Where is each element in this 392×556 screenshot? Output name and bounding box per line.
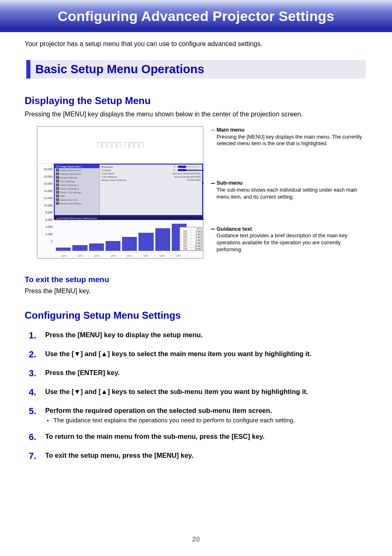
step-text: To return to the main menu from the sub-… (45, 432, 367, 441)
chart-data-table: QTYQT13,500QT25,000QT38,000QT46,500QT19,… (180, 227, 202, 251)
sub-menu-row: Brightness0 − + (101, 165, 201, 169)
slider-icon (178, 166, 198, 168)
sub-menu-row: Color ModeStandard Modify:[ENTER] (101, 172, 201, 175)
step-item: 1.Press the [MENU] key to display the se… (29, 330, 367, 341)
chart-bar (122, 237, 137, 251)
yaxis-tick: 0 (37, 240, 53, 243)
intro-text: Your projector has a setup menu that you… (25, 40, 367, 48)
step-body: Use the [▼] and [▲] keys to select the m… (45, 349, 367, 358)
table-row: QT19,000 (180, 242, 202, 245)
table-cell: 8,000 (191, 236, 202, 239)
xaxis-tick: QT3 (89, 255, 105, 257)
yaxis-tick: 6,000 (37, 218, 53, 221)
step-body: Perform the required operation on the se… (45, 406, 367, 424)
menu-item-icon (56, 176, 59, 179)
yaxis-tick: 14,000 (37, 190, 53, 192)
table-cell: QT1 (180, 230, 191, 233)
ss-spreadsheet-header (37, 127, 203, 164)
section-heading: Basic Setup Menu Operations (35, 63, 361, 76)
table-row: QT216,000 (180, 245, 202, 248)
step-number: 4. (29, 387, 39, 398)
page-title-banner: Configuring Advanced Projector Settings (0, 0, 392, 32)
leader-line (202, 183, 204, 183)
sub-menu-value: Standard Modify:[ENTER] (172, 172, 201, 175)
menu-item-icon (56, 172, 59, 175)
page-number: 20 (0, 535, 392, 544)
main-menu-item: USB (55, 194, 99, 198)
table-cell: QT2 (180, 245, 191, 247)
step-item: 4.Use the [▼] and [▲] keys to select the… (29, 387, 367, 398)
table-cell: QT3 (180, 248, 191, 250)
step-number: 2. (29, 349, 39, 360)
menu-item-icon (56, 202, 59, 205)
step-body: To exit the setup menu, press the [MENU]… (45, 451, 367, 460)
sub-menu-value: OK:[ENTER] (187, 179, 201, 181)
step-number: 5. (29, 406, 39, 417)
chart-bar (56, 248, 71, 251)
step-text: Use the [▼] and [▲] keys to select the m… (45, 349, 367, 358)
menu-item-icon (56, 169, 59, 171)
xaxis-tick: QT2 (138, 255, 154, 257)
xaxis-tick: QT1 (56, 255, 72, 257)
xaxis-tick: QT4 (105, 255, 121, 257)
table-cell: 16,000 (191, 245, 202, 247)
chart-bar (106, 241, 120, 251)
menu-item-label: Wired LAN settings (60, 191, 81, 194)
table-cell: QT4 (180, 239, 191, 241)
step-item: 6.To return to the main menu from the su… (29, 432, 367, 442)
ss-content: Image Adjustment 1Image Adjustment 2Volu… (54, 164, 203, 259)
figure-row: 20,00018,00016,00014,00012,00010,0008,00… (37, 126, 367, 259)
subsection-heading: Configuring Setup Menu Settings (25, 310, 367, 321)
menu-item-label: Input Settings (60, 180, 75, 183)
step-item: 7.To exit the setup menu, press the [MEN… (29, 451, 367, 461)
xaxis-tick: QT1 (121, 255, 138, 257)
main-menu-item: Wired LAN settings (55, 190, 99, 194)
chart-bar (72, 245, 87, 251)
sub-menu-row: Color BalanceNormal Modify:[ENTER] (101, 175, 201, 178)
menu-item-label: Option Settings 1 (60, 184, 79, 186)
table-cell: 5,000 (191, 233, 202, 236)
annotation-text: The sub-menu shows each individual setti… (217, 187, 367, 201)
step-text: Use the [▼] and [▲] keys to select the s… (45, 387, 367, 396)
step-text: Press the [ENTER] key. (45, 368, 367, 377)
sub-menu-row: Restore Menu DefaultsOK:[ENTER] (101, 178, 201, 182)
sub-menu-value: 0 − + (174, 166, 201, 168)
annotation-guidance: Guidance text Guidance text provides a b… (211, 225, 367, 253)
table-header-row: QTY (180, 227, 202, 230)
step-body: To return to the main menu from the sub-… (45, 432, 367, 441)
step-text: Press the [MENU] key to display the setu… (45, 330, 367, 339)
annotation-text: Pressing the [MENU] key displays the mai… (217, 134, 367, 148)
step-number: 3. (29, 368, 39, 379)
menu-item-icon (56, 187, 59, 190)
step-body: Press the [ENTER] key. (45, 368, 367, 377)
leader-line (180, 170, 204, 171)
guidance-bar: [▲]/[▼]/[ENTER]:Select [MENU]:Quit (54, 216, 203, 220)
menu-item-icon (56, 191, 59, 194)
table-row: QT25,000 (180, 233, 202, 236)
chart-bars (54, 222, 187, 251)
annotation-main-menu: Main menu Pressing the [MENU] key displa… (211, 126, 367, 147)
step-body: Press the [MENU] key to display the setu… (45, 330, 367, 339)
annotation-title: Guidance text (217, 225, 367, 233)
annotation-title: Sub-menu (217, 179, 367, 187)
main-menu-item: Operational Info (55, 198, 99, 202)
yaxis-tick: 18,000 (37, 175, 53, 178)
annotations-column: Main menu Pressing the [MENU] key displa… (211, 126, 367, 259)
menu-item-label: USB (60, 195, 65, 197)
annotation-sub-menu: Sub-menu The sub-menu shows each individ… (211, 179, 367, 200)
annotation-text: Guidance text provides a brief descripti… (217, 232, 367, 253)
main-menu-item: Option Settings 2 (55, 187, 99, 190)
menu-item-icon (56, 198, 59, 201)
table-cell: QT3 (180, 236, 191, 239)
step-item: 3.Press the [ENTER] key. (29, 368, 367, 379)
chart-bar (89, 243, 104, 251)
sub-menu-value: Normal Modify:[ENTER] (174, 176, 201, 178)
sub-heading: To exit the setup menu (25, 275, 367, 284)
table-row: QT38,000 (180, 236, 202, 239)
chart-xaxis: QT1QT2QT3QT4QT1QT2QT3QT4 (56, 255, 187, 257)
step-text: Perform the required operation on the se… (45, 406, 367, 415)
sub-menu-label: Brightness (101, 166, 113, 168)
table-cell: QT1 (180, 242, 191, 244)
step-sub-text: The guidance text explains the operation… (53, 417, 367, 424)
body-text: Pressing the [MENU] key displays the men… (25, 111, 367, 118)
